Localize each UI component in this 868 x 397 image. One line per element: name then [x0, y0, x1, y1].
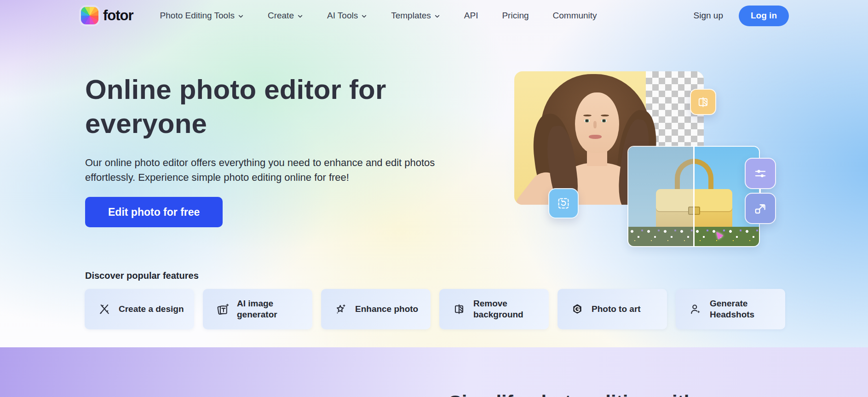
ai-restore-icon — [556, 196, 571, 211]
woman-nose — [593, 121, 597, 128]
next-section-heading: Simplify photo editing with — [449, 391, 696, 397]
next-section-band: Simplify photo editing with — [0, 347, 868, 397]
page-title: Online photo editor for everyone — [85, 73, 444, 141]
resize-icon-tile — [745, 193, 776, 224]
page-title-line2: everyone — [85, 107, 444, 141]
feature-card-ai-image-generator[interactable]: AI image generator — [203, 289, 312, 329]
before-after-photo-card — [627, 146, 760, 247]
fotor-wordmark: fotor — [103, 7, 133, 24]
before-after-divider — [693, 147, 695, 246]
woman-eyebrow — [601, 115, 609, 116]
features-heading: Discover popular features — [85, 270, 199, 281]
sign-up-link[interactable]: Sign up — [694, 11, 723, 21]
design-icon — [98, 302, 111, 316]
main-menu: Photo Editing Tools Create AI Tools Temp… — [160, 11, 597, 21]
feature-card-generate-headshots[interactable]: Generate Headshots — [676, 289, 785, 329]
ai-restore-icon-tile — [548, 188, 579, 219]
feature-card-remove-background[interactable]: Remove background — [439, 289, 549, 329]
remove-background-icon — [696, 95, 710, 109]
woman-face — [575, 92, 619, 153]
generate-headshots-icon — [689, 302, 702, 316]
nav-templates[interactable]: Templates — [391, 11, 440, 21]
nav-pricing[interactable]: Pricing — [502, 11, 529, 21]
feature-card-create-a-design[interactable]: Create a design — [85, 289, 194, 329]
ai-image-generator-icon — [216, 302, 230, 316]
bag-handle — [675, 159, 694, 194]
fotor-logo[interactable]: fotor — [81, 7, 133, 24]
chevron-down-icon — [434, 13, 440, 19]
flower-field — [694, 227, 759, 246]
bag-handle — [694, 159, 713, 194]
resize-expand-icon — [752, 200, 769, 217]
feature-cards-row: Create a design AI image generator Enhan… — [85, 289, 785, 329]
page-title-line1: Online photo editor for — [85, 73, 444, 107]
chevron-down-icon — [297, 13, 303, 19]
tile-connector — [759, 189, 761, 193]
remove-background-icon-tile — [690, 89, 716, 115]
sliders-icon — [752, 165, 769, 182]
hero-illustration — [514, 69, 795, 258]
edit-photo-for-free-button[interactable]: Edit photo for free — [85, 197, 223, 227]
nav-create[interactable]: Create — [268, 11, 303, 21]
nav-community[interactable]: Community — [553, 11, 597, 21]
hero-description: Our online photo editor offers everythin… — [85, 155, 448, 185]
feature-card-enhance-photo[interactable]: Enhance photo — [321, 289, 431, 329]
nav-ai-tools[interactable]: AI Tools — [327, 11, 367, 21]
chevron-down-icon — [238, 13, 244, 19]
woman-eye — [584, 119, 590, 122]
chevron-down-icon — [361, 13, 367, 19]
enhance-photo-icon — [334, 302, 348, 316]
photo-to-art-goart-icon — [570, 302, 584, 316]
remove-background-icon — [452, 302, 466, 316]
feature-card-photo-to-art[interactable]: Photo to art — [558, 289, 667, 329]
bag-clasp — [694, 207, 700, 215]
nav-photo-editing-tools[interactable]: Photo Editing Tools — [160, 11, 244, 21]
woman-lips — [589, 135, 602, 139]
top-nav: fotor Photo Editing Tools Create AI Tool… — [0, 0, 868, 31]
fotor-homepage: fotor Photo Editing Tools Create AI Tool… — [0, 0, 868, 397]
before-half — [628, 147, 694, 246]
fotor-pinwheel-icon — [81, 7, 98, 24]
woman-eyebrow — [583, 115, 592, 116]
log-in-button[interactable]: Log in — [739, 6, 789, 26]
flower-field — [628, 227, 694, 246]
woman-eye — [601, 119, 607, 122]
adjust-sliders-icon-tile — [745, 158, 776, 189]
nav-api[interactable]: API — [464, 11, 478, 21]
